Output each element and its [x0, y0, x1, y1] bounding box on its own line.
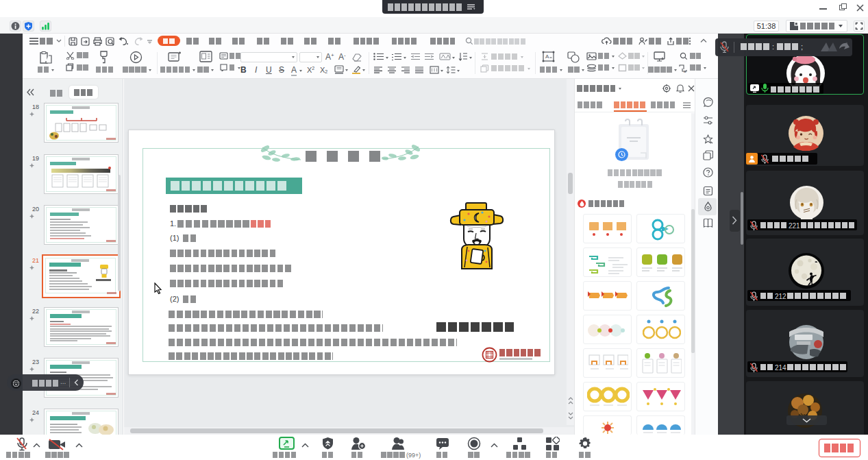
svg-text:A: A [545, 53, 549, 60]
